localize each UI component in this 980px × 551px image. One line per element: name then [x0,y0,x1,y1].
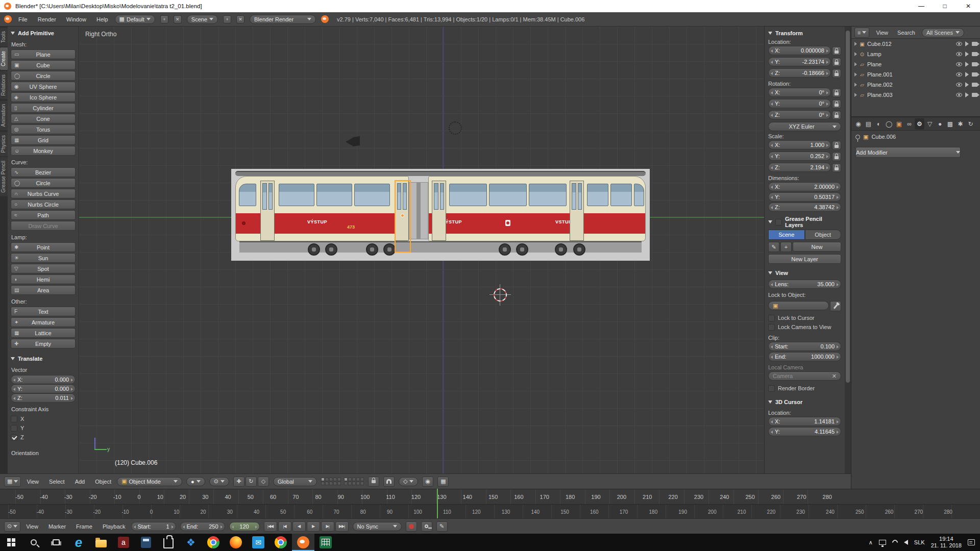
location-field[interactable]: Z:-0.18666 [768,68,831,78]
snap-toggle-button[interactable] [383,477,395,487]
scene-add-button[interactable]: + [223,15,231,23]
toolshelf-tab[interactable]: Create [0,47,8,70]
taskbar-app-icon[interactable]: a [112,534,135,551]
properties-tab[interactable]: ● [935,118,945,130]
dimension-field[interactable]: X:2.00000 [768,182,841,191]
taskbar-app-icon[interactable] [270,534,292,551]
playback-button[interactable]: |◀ [278,521,291,532]
renderability-icon[interactable] [972,42,977,46]
add-curve-button[interactable]: ○ Nurbs Circle [11,199,76,209]
lens-field[interactable]: Lens:35.000 [768,280,841,289]
3d-viewport[interactable]: Right Ortho VÝSTUP 473 [79,27,764,473]
vector-field[interactable]: X:0.000 [11,375,76,384]
layout-add-button[interactable]: + [160,15,168,23]
cursor-field[interactable]: Y:4.11645 [768,427,841,436]
add-other-button[interactable]: ▦ Lattice [11,328,76,338]
menu-item[interactable]: Add [74,479,87,485]
playback-button[interactable]: ▶▶| [335,521,349,532]
menu-item[interactable]: Marker [47,523,67,530]
add-mesh-button[interactable]: ▣ Cube [11,60,76,70]
location-field[interactable]: X:0.000008 [768,46,831,55]
lock-button[interactable] [832,69,841,78]
rotation-field[interactable]: Z:0° [768,110,831,119]
manipulator-button[interactable]: ↻ [246,477,257,487]
record-button[interactable] [406,521,417,532]
toolshelf-tab[interactable]: Grease Pencil [0,157,8,196]
minimize-button[interactable]: — [910,0,933,12]
editor-type-selector[interactable]: ▦ [4,477,21,487]
toolshelf-tab[interactable]: Animation [0,101,8,130]
visibility-eye-icon[interactable] [956,42,962,46]
add-mesh-button[interactable]: ◉ UV Sphere [11,82,76,91]
rotation-field[interactable]: X:0° [768,88,831,97]
properties-tab[interactable]: ↻ [966,118,975,130]
vector-field[interactable]: Z:0.011 [11,393,76,403]
add-curve-button[interactable]: ∩ Nurbs Curve [11,189,76,198]
screen-layout-selector[interactable]: ▦ Default [115,15,155,24]
add-mesh-button[interactable]: ◎ Torus [11,124,76,134]
taskbar-app-icon[interactable] [157,534,180,551]
taskbar-app-icon[interactable]: e [67,534,90,551]
taskbar-app-icon[interactable]: ✉ [247,534,270,551]
selectability-icon[interactable] [965,92,969,97]
add-curve-button[interactable]: ≈ Path [11,210,76,220]
menu-item[interactable]: Playback [101,523,127,530]
layers-widget[interactable] [321,478,364,485]
tray-wifi-icon[interactable] [891,538,899,546]
properties-tab[interactable]: ✱ [955,118,965,130]
editor-type-selector[interactable]: ≡ [854,28,869,38]
playback-button[interactable]: ▶| [321,521,334,532]
expand-icon[interactable] [854,52,857,56]
expand-icon[interactable] [854,83,857,87]
taskbar-app-icon[interactable] [225,534,247,551]
properties-tab[interactable]: ◐ [874,118,884,130]
lock-button[interactable] [832,111,841,120]
renderability-icon[interactable] [972,62,977,66]
add-other-button[interactable]: F Text [11,307,76,316]
location-field[interactable]: Y:-2.23174 [768,57,831,66]
gp-source-tab[interactable]: Scene [768,230,805,240]
add-mesh-button[interactable]: ◯ Circle [11,71,76,81]
lock-button[interactable] [832,58,841,67]
render-engine-selector[interactable]: Blender Render [250,15,316,24]
toolshelf-tab[interactable]: Physics [0,132,8,156]
add-curve-button[interactable]: ∿ Bezier [11,167,76,177]
outliner-item[interactable]: ▱ Plane [851,59,980,69]
opengl-render-anim-button[interactable]: ▦ [437,477,449,487]
lock-button[interactable] [832,99,841,109]
add-curve-button[interactable]: ◯ Circle [11,178,76,188]
tray-expand-icon[interactable]: ∧ [869,539,873,546]
tray-volume-icon[interactable] [904,540,908,545]
frame-start-field[interactable]: Start:1 [131,522,176,531]
add-other-button[interactable]: ✦ Armature [11,317,76,327]
lock-button[interactable] [832,152,841,161]
lock-camera-checkbox[interactable]: Lock Camera to View [768,322,841,332]
insert-keyframe-button[interactable]: ✎ [436,521,448,532]
clip-end-field[interactable]: End:1000.000 [768,352,841,361]
tray-network-icon[interactable] [879,540,886,545]
tray-clock[interactable]: 19:14 21. 11. 2018 [931,536,962,549]
lock-button[interactable] [832,141,841,150]
mode-selector[interactable]: ▣ Object Mode [117,477,182,486]
playback-button[interactable]: ◀ [292,521,306,532]
scene-delete-button[interactable]: ✕ [236,15,244,23]
menu-item[interactable]: Window [65,16,88,22]
selectability-icon[interactable] [965,62,969,67]
axis-checkbox[interactable]: Y [11,423,76,433]
rotation-field[interactable]: Y:0° [768,99,831,108]
axis-checkbox[interactable]: Z [11,433,76,442]
scene-selector[interactable]: Scene [187,15,218,24]
gp-new-button[interactable]: New [793,242,841,252]
menu-item[interactable]: Frame [75,523,94,530]
toolshelf-tab[interactable]: Relations [0,71,8,99]
expand-icon[interactable] [854,93,857,97]
layout-delete-button[interactable]: ✕ [174,15,182,23]
menu-item[interactable]: View [25,479,40,485]
axis-checkbox[interactable]: X [11,414,76,423]
selectability-icon[interactable] [965,72,969,77]
vector-field[interactable]: Y:0.000 [11,384,76,393]
properties-tab[interactable]: ▽ [925,118,935,130]
editor-type-selector[interactable]: ⊙ [4,521,20,532]
lock-to-cursor-checkbox[interactable]: Lock to Cursor [768,313,841,322]
outliner-display-filter[interactable]: All Scenes [922,28,964,37]
